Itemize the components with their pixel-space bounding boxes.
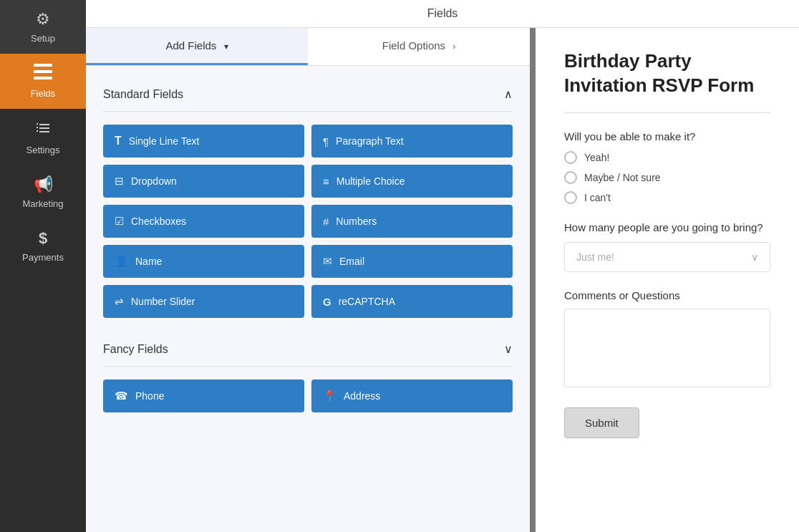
dropdown-q2[interactable]: Just me! ∨ (564, 242, 770, 272)
fancy-fields-grid: ☎ Phone 📍 Address (103, 379, 513, 412)
radio-option-cant[interactable]: I can't (564, 191, 770, 204)
form-preview-panel: Birthday Party Invitation RSVP Form Will… (536, 28, 799, 532)
dropdown-placeholder: Just me! (576, 251, 614, 263)
standard-fields-header: Standard Fields ∧ (103, 80, 513, 112)
main-content: Fields Add Fields ▾ Field Options › S (86, 0, 799, 532)
radio-group-q1: Yeah! Maybe / Not sure I can't (564, 151, 770, 204)
sidebar-item-setup[interactable]: ⚙ Setup (0, 0, 86, 54)
hash-icon: # (323, 216, 329, 228)
field-btn-name[interactable]: 👤 Name (103, 245, 304, 278)
tab-add-fields[interactable]: Add Fields ▾ (86, 28, 308, 65)
checkbox-icon: ☑ (115, 215, 124, 228)
fields-icon (34, 64, 52, 84)
chevron-down-icon-dropdown: ∨ (751, 251, 758, 263)
field-btn-paragraph-text[interactable]: ¶ Paragraph Text (311, 125, 513, 158)
question1-label: Will you be able to make it? (564, 130, 770, 142)
gear-icon: ⚙ (36, 10, 50, 29)
radio-circle-maybe (564, 171, 577, 184)
field-btn-single-line-text[interactable]: T Single Line Text (103, 125, 304, 158)
payments-icon: $ (39, 229, 47, 248)
standard-fields-grid: T Single Line Text ¶ Paragraph Text ⊟ Dr… (103, 125, 513, 318)
recaptcha-icon: G (323, 296, 331, 308)
sidebar: ⚙ Setup Fields Settings 📢 Marketing $ Pa… (0, 0, 86, 532)
slider-icon: ⇌ (115, 295, 124, 308)
radio-circle-yeah (564, 151, 577, 164)
email-icon: ✉ (323, 255, 332, 268)
form-divider (564, 112, 770, 113)
settings-icon (34, 119, 52, 140)
list-icon: ≡ (323, 175, 329, 188)
sidebar-item-fields[interactable]: Fields (0, 54, 86, 109)
sidebar-item-marketing[interactable]: 📢 Marketing (0, 165, 86, 219)
question3-label: Comments or Questions (564, 289, 770, 301)
fancy-fields-header: Fancy Fields ∨ (103, 335, 513, 367)
standard-fields-label: Standard Fields (103, 88, 183, 101)
chevron-right-icon: › (452, 42, 455, 52)
fields-scroll-area[interactable]: Standard Fields ∧ T Single Line Text ¶ P… (86, 66, 530, 532)
radio-option-yeah[interactable]: Yeah! (564, 151, 770, 164)
sidebar-item-settings[interactable]: Settings (0, 109, 86, 165)
chevron-up-icon: ∧ (504, 87, 513, 101)
fields-tabs: Add Fields ▾ Field Options › (86, 28, 530, 66)
panel-divider (530, 28, 536, 532)
comments-textarea[interactable] (564, 309, 770, 387)
sidebar-item-payments[interactable]: $ Payments (0, 219, 86, 273)
field-btn-recaptcha[interactable]: G reCAPTCHA (311, 285, 513, 318)
chevron-down-icon: ▾ (224, 42, 228, 52)
field-btn-email[interactable]: ✉ Email (311, 245, 513, 278)
page-header: Fields (86, 0, 799, 28)
radio-circle-cant (564, 191, 577, 204)
field-btn-phone[interactable]: ☎ Phone (103, 379, 304, 412)
svg-rect-1 (34, 70, 52, 73)
field-btn-numbers[interactable]: # Numbers (311, 205, 513, 238)
field-btn-multiple-choice[interactable]: ≡ Multiple Choice (311, 165, 513, 198)
header-title: Fields (427, 7, 458, 19)
field-btn-address[interactable]: 📍 Address (311, 379, 513, 412)
content-body: Add Fields ▾ Field Options › Standard Fi… (86, 28, 799, 532)
text-icon: T (115, 135, 122, 147)
field-btn-dropdown[interactable]: ⊟ Dropdown (103, 165, 304, 198)
radio-option-maybe[interactable]: Maybe / Not sure (564, 171, 770, 184)
paragraph-icon: ¶ (323, 135, 329, 147)
marketing-icon: 📢 (34, 175, 53, 194)
field-btn-number-slider[interactable]: ⇌ Number Slider (103, 285, 304, 318)
chevron-down-icon-fancy: ∨ (504, 342, 513, 356)
tab-field-options[interactable]: Field Options › (308, 28, 530, 65)
person-icon: 👤 (115, 255, 128, 268)
svg-rect-0 (34, 64, 52, 67)
dropdown-icon: ⊟ (115, 175, 124, 188)
location-icon: 📍 (323, 390, 336, 402)
phone-icon: ☎ (115, 390, 128, 402)
submit-button[interactable]: Submit (564, 407, 639, 438)
svg-rect-2 (34, 77, 52, 79)
question2-label: How many people are you going to bring? (564, 221, 770, 233)
fields-panel: Add Fields ▾ Field Options › Standard Fi… (86, 28, 530, 532)
form-title: Birthday Party Invitation RSVP Form (564, 49, 770, 98)
field-btn-checkboxes[interactable]: ☑ Checkboxes (103, 205, 304, 238)
fancy-fields-label: Fancy Fields (103, 343, 168, 356)
